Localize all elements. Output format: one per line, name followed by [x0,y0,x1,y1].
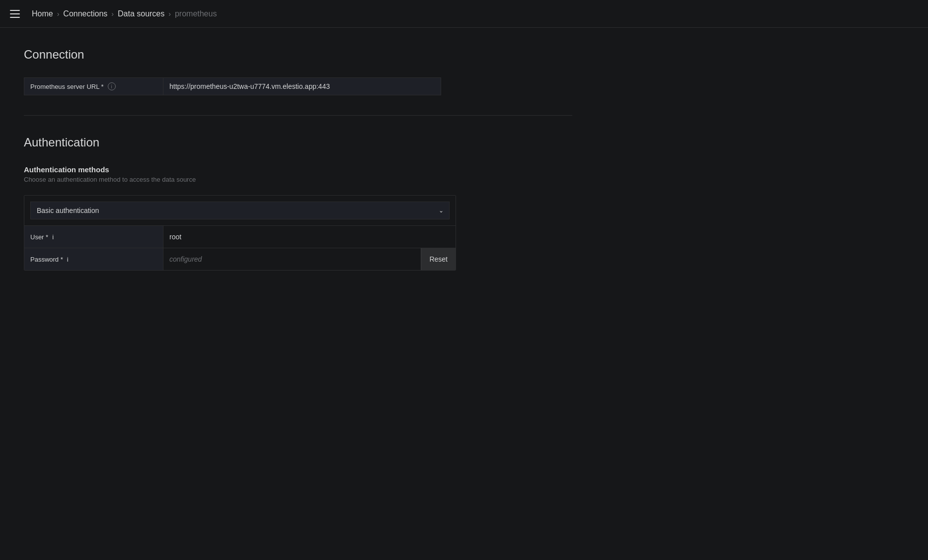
breadcrumb-data-sources[interactable]: Data sources [118,9,164,18]
reset-button[interactable]: Reset [421,248,456,270]
authentication-section: Authentication Authentication methods Ch… [24,136,572,271]
breadcrumb-current: prometheus [175,9,217,18]
password-info-icon[interactable]: i [67,256,69,263]
server-url-label-text: Prometheus server URL * [30,83,104,90]
password-input-wrapper [163,248,421,270]
breadcrumb: Home › Connections › Data sources › prom… [32,9,217,18]
user-input[interactable] [163,226,456,248]
server-url-field-row: Prometheus server URL * i [24,77,572,95]
user-label: User * i [24,226,163,248]
auth-method-select[interactable]: No Authentication Basic authentication W… [30,202,450,219]
authentication-title: Authentication [24,136,572,149]
main-content: Connection Prometheus server URL * i Aut… [0,28,596,310]
breadcrumb-sep-3: › [168,10,171,18]
breadcrumb-home[interactable]: Home [32,9,53,18]
auth-dropdown-row: No Authentication Basic authentication W… [24,196,456,225]
connection-title: Connection [24,48,572,62]
auth-box: No Authentication Basic authentication W… [24,195,456,271]
topbar: Home › Connections › Data sources › prom… [0,0,928,28]
password-input[interactable] [163,248,421,270]
password-label: Password * i [24,248,163,270]
breadcrumb-sep-2: › [111,10,114,18]
password-field-row: Password * i Reset [24,248,456,270]
user-info-icon[interactable]: i [52,233,54,241]
server-url-input[interactable] [163,77,441,95]
connection-section: Connection Prometheus server URL * i [24,48,572,95]
auth-dropdown-wrapper: No Authentication Basic authentication W… [30,202,450,219]
password-label-text: Password * [30,256,63,263]
server-url-label: Prometheus server URL * i [24,77,163,95]
breadcrumb-sep-1: › [57,10,60,18]
user-field-row: User * i [24,225,456,248]
server-url-info-icon[interactable]: i [108,82,116,90]
auth-methods-label: Authentication methods [24,165,572,174]
user-label-text: User * [30,233,48,241]
section-divider [24,115,572,116]
auth-methods-desc: Choose an authentication method to acces… [24,176,572,183]
menu-button[interactable] [8,8,22,20]
breadcrumb-connections[interactable]: Connections [63,9,107,18]
